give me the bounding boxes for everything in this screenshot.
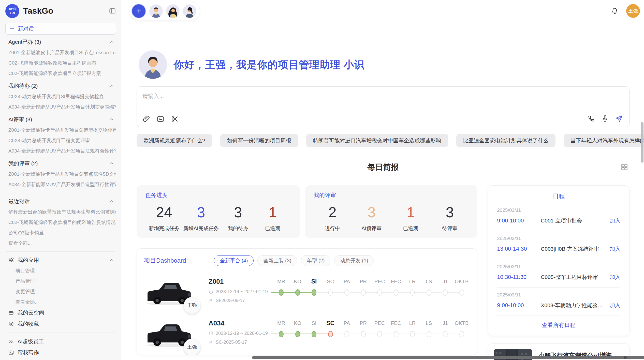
stat-label: 进行中 [317,225,348,232]
view-all-schedule-link[interactable]: 查看所有日程 [497,316,620,336]
chevron-up-icon [109,257,114,263]
avatar[interactable] [149,4,163,18]
milestone-dot [312,331,316,337]
sidebar-item[interactable]: C0X4-动力总成开发项目工程变更评审 [5,135,116,146]
milestone: MR [273,319,289,337]
sidebar-item[interactable]: C02-飞腾新能源轻客改款项目立项汇报方案 [5,68,116,79]
sidebar-item[interactable]: 查看全部.. [5,297,116,307]
milestone: PR [355,278,372,296]
sidebar-item[interactable]: Z001-全新燃油轻卡产品开发项目SI节点属性5D文件评审 [5,169,116,179]
dashboard-tab[interactable]: 全新平台 (4) [214,255,254,266]
sidebar-item[interactable]: 项目管理 [5,265,116,276]
paperclip-icon[interactable] [142,115,150,123]
sidebar-section-header[interactable]: AI评审 (3) [5,114,116,125]
sidebar-item[interactable]: 公司Q3轻卡销量 [5,228,116,238]
sidebar-item-people[interactable]: AI超级员工 [5,336,116,347]
sidebar-item-star-badge[interactable]: 我的收藏 [5,318,116,329]
stat-value: 1 [257,204,288,220]
join-link[interactable]: 加入 [610,302,620,309]
sidebar-section-header[interactable]: 我的待办 (2) [5,81,116,91]
sidebar-item[interactable]: C02-飞腾新能源轻客改款项目的闭环通告反馈情况 [5,217,116,228]
sidebar-item[interactable]: A034-全新新能源MUV产品开发项目计划变更表编写 [5,102,116,112]
milestone-label: PEC [374,278,385,285]
milestone: LR [404,278,421,296]
avatar[interactable] [183,4,196,18]
milestone-label: PR [360,319,367,327]
vertical-scrollbar[interactable] [641,122,643,163]
horizontal-scrollbar[interactable] [252,356,644,359]
scroll-right-arrow[interactable] [624,356,627,359]
suggestion-chip[interactable]: 当下年轻人对汽车外观有怎样的喜好趋势 [564,134,644,147]
send-icon[interactable] [615,115,623,123]
image-icon[interactable] [157,115,164,123]
sidebar-section-header[interactable]: Agent已办 (3) [5,37,116,47]
scissors-icon[interactable] [171,115,179,123]
stat-value: 3 [183,204,219,220]
milestone-dot [295,289,300,296]
stat-value: 3 [356,204,387,220]
chat-input[interactable]: 请输入... [142,92,536,100]
milestone: PA [339,278,355,296]
sidebar-item[interactable]: Z001-全新燃油皮卡产品开发项目SI节点Lesson Learn报告 [5,47,116,58]
stat-label: 已逾期 [396,225,426,232]
sidebar-section-header[interactable]: 我的评审 (2) [5,158,116,169]
sidebar-item-quill[interactable]: 创意制图 [5,358,116,360]
suggestion-chip[interactable]: 比亚迪全固态电池计划具体说了什么 [456,134,555,147]
milestone: SC [322,278,339,296]
microphone-icon[interactable] [601,115,609,123]
milestone-dot [394,289,399,296]
milestone-dot [377,331,382,337]
join-link[interactable]: 加入 [610,274,620,281]
sidebar-item[interactable]: C0X4-动力总成开发项目SI里程碑提交物检查 [5,91,116,102]
suggestion-chip[interactable]: 如何写一份清晰的项目周报 [220,134,298,147]
dashboard-tab[interactable]: 全新上装 (3) [257,255,297,266]
sidebar-item-label: 我的云空间 [18,309,44,316]
sidebar-item[interactable]: 解释最新出台的欧盟报废车法规再生塑料比例被调至15%... [5,207,116,217]
dashboard-tab[interactable]: 年型 (2) [301,255,330,266]
sidebar-item[interactable]: A034-全新新能源MUV产品开发项目造型可行性评审 [5,179,116,190]
suggestion-chip[interactable]: 特朗普可能对进口汽车增税会对中国车企造成哪些影响 [306,134,448,147]
phone-icon[interactable] [588,115,595,123]
add-contact-button[interactable] [131,4,146,18]
avatar[interactable] [166,4,180,18]
milestone-dot [279,289,284,296]
input-actions [588,115,623,123]
greeting-section: 你好，王强，我是你的项目管理助理 小识 [137,50,630,79]
suggestion-chip[interactable]: 欧洲新规最近颁布了什么? [137,134,212,147]
milestone-track: MRKOSISCPAPRPECFECLRLSJ1OKTB [273,319,470,337]
milestone-dot [377,289,382,296]
schedule-date: 2025/03/11 [497,292,620,298]
sidebar-item[interactable]: A034-全新新能源MUV产品开发项目法规符合性评审 [5,146,116,156]
sidebar-item[interactable]: 变更管理 [5,286,116,297]
join-link[interactable]: 加入 [610,217,620,224]
milestone-label: SI [312,319,316,327]
sidebar-item[interactable]: C02-飞腾新能源轻客改款项目里程碑画布 [5,58,116,68]
new-chat-button[interactable]: 新对话 [5,23,116,35]
sidebar-section-header[interactable]: 我的应用 [5,255,116,265]
sidebar-item[interactable]: 产品管理 [5,276,116,286]
sidebar-item-picture[interactable]: 帮我写作 [5,347,116,358]
schedule-entry: 2025/03/119:00-10:00C001-立项审批会加入 [497,203,620,231]
dashboard-tab[interactable]: 动总开发 (1) [334,255,374,266]
sidebar-item[interactable]: 查看全部... [5,238,116,248]
milestone-track: MRKOSISCPAPRPECFECLRLSJ1OKTB [273,277,470,296]
project-row[interactable]: 王强A0342023-12-19 ~ 2026-01-19SC-2025-05-… [144,319,470,349]
picture-icon [8,350,14,355]
user-avatar[interactable]: 王强 [626,4,640,18]
milestone-label: LR [409,319,416,327]
milestone-label: PR [360,278,367,285]
project-row[interactable]: 王强Z0012023-12-19 ~ 2027-01-19SI-2025-05-… [144,277,470,308]
layout-grid-icon[interactable] [620,163,628,172]
sidebar-item-box[interactable]: 我的云空间 [5,307,116,318]
sidebar-section-title: AI评审 (3) [8,116,109,123]
people-icon [8,339,14,344]
milestone: PA [339,319,355,337]
sidebar-collapse-icon[interactable] [109,7,116,14]
notification-bell-icon[interactable] [611,7,619,15]
sidebar-section-header[interactable]: 最近对话 [5,196,116,207]
stat-value: 3 [223,204,253,220]
milestone: KO [289,278,306,296]
join-link[interactable]: 加入 [610,245,620,252]
sidebar-item[interactable]: Z001-全新燃油轻卡产品开发项目SI造型提交物评审 [5,125,116,135]
stat-label: 我的待办 [223,225,253,232]
